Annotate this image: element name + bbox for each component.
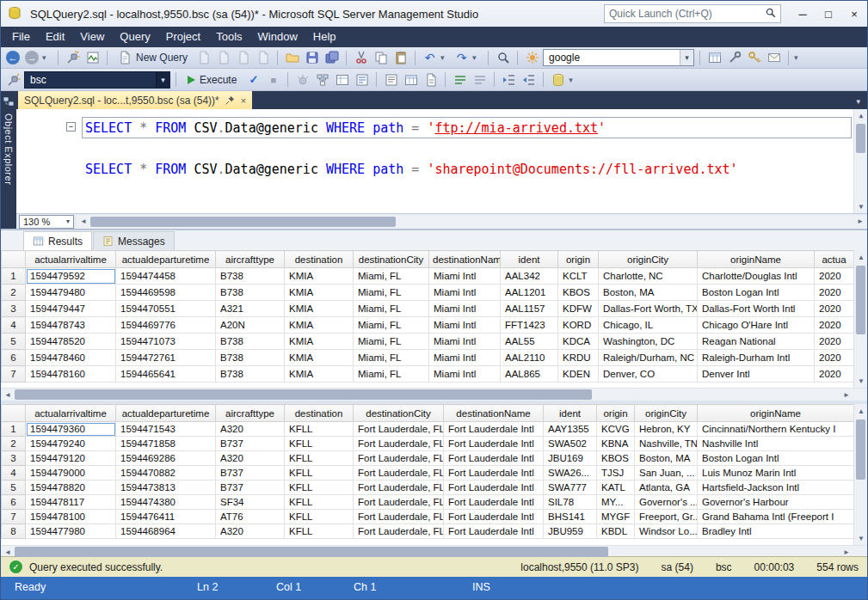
grid-cell[interactable]: Miami, FL xyxy=(354,350,429,366)
row-number[interactable]: 8 xyxy=(2,524,26,539)
grid-cell[interactable]: Fort Lauderdale, FL xyxy=(354,524,444,539)
grid-cell[interactable]: B738 xyxy=(216,285,285,301)
grid-cell[interactable]: 1594479120 xyxy=(26,451,116,466)
grid-cell[interactable]: Fort Lauderdale, FL xyxy=(354,495,444,510)
grid-cell[interactable]: JBU169 xyxy=(544,451,597,466)
scrollbar-track[interactable] xyxy=(854,264,867,374)
activity-monitor-icon[interactable] xyxy=(83,49,102,67)
grid-cell[interactable]: Miami, FL xyxy=(354,268,429,285)
scroll-down-icon[interactable]: ▼ xyxy=(854,531,867,545)
column-header-destination[interactable]: destination xyxy=(285,251,354,268)
column-header-actua[interactable]: actua xyxy=(815,251,854,268)
grid-cell[interactable]: Fort Lauderdale, FL xyxy=(354,422,444,437)
quick-launch-input[interactable]: Quick Launch (Ctrl+Q) xyxy=(604,4,781,23)
column-header-actualdeparturetime[interactable]: actualdeparturetime xyxy=(116,251,216,268)
increase-indent-icon[interactable] xyxy=(520,70,538,89)
show-estimated-plan-icon[interactable] xyxy=(313,70,331,89)
available-databases-combobox[interactable]: bsc ▾ xyxy=(24,71,170,89)
grid-cell[interactable]: Hartsfield-Jackson Intl xyxy=(698,481,854,495)
grid-cell[interactable]: JBU959 xyxy=(544,524,597,539)
column-header-actualarrivaltime[interactable]: actualarrivaltime xyxy=(26,405,116,422)
minimize-button[interactable]: ─ xyxy=(790,1,816,27)
grid2-horizontal-scrollbar[interactable]: ◄ ► xyxy=(1,545,867,558)
grid-cell[interactable]: Miami Intl xyxy=(429,285,501,301)
undo-chevron-icon[interactable]: ▾ xyxy=(440,53,451,62)
grid-cell[interactable]: Chicago, IL xyxy=(599,317,698,334)
grid-cell[interactable]: KORD xyxy=(558,317,599,334)
grid-cell[interactable]: KCLT xyxy=(558,268,599,285)
grid-cell[interactable]: KFLL xyxy=(285,422,354,437)
grid-cell[interactable]: Miami, FL xyxy=(354,334,429,350)
pin-icon[interactable] xyxy=(225,95,235,105)
grid-cell[interactable]: Boston, MA xyxy=(635,451,698,466)
query-options-icon[interactable] xyxy=(333,70,351,89)
scrollbar-thumb[interactable] xyxy=(15,389,592,400)
grid-cell[interactable]: Cincinnati/Northern Kentucky I xyxy=(698,422,854,437)
row-number[interactable]: 1 xyxy=(2,268,26,285)
code-line[interactable] xyxy=(85,138,848,159)
menu-window[interactable]: Window xyxy=(250,27,305,47)
grid-cell[interactable]: Fort Lauderdale Intl xyxy=(444,451,544,466)
grid-cell[interactable]: 1594469286 xyxy=(116,451,216,466)
grid-cell[interactable]: KDFW xyxy=(558,301,599,317)
grid-corner[interactable] xyxy=(2,251,26,268)
scrollbar-thumb[interactable] xyxy=(856,266,865,334)
grid-cell[interactable]: A20N xyxy=(216,317,285,334)
grid-cell[interactable]: Charlotte/Douglas Intl xyxy=(698,268,815,285)
grid-cell[interactable]: Miami, FL xyxy=(354,285,429,301)
grid-cell[interactable]: KFLL xyxy=(285,524,354,539)
column-header-origin[interactable]: origin xyxy=(558,251,599,268)
grid-cell[interactable]: A320 xyxy=(216,524,285,539)
mail-icon[interactable] xyxy=(765,49,783,67)
grid-cell[interactable]: Governor's Harbour xyxy=(698,495,854,510)
tab-messages[interactable]: Messages xyxy=(93,231,175,250)
paste-icon[interactable] xyxy=(391,49,409,67)
grid-cell[interactable]: KFLL xyxy=(285,495,354,510)
grid-cell[interactable]: Fort Lauderdale, FL xyxy=(354,437,444,451)
grid-cell[interactable]: SWA777 xyxy=(544,481,597,495)
close-tab-icon[interactable]: × xyxy=(241,95,246,106)
grid-cell[interactable]: A321 xyxy=(216,301,285,317)
grid-cell[interactable]: B738 xyxy=(216,268,285,285)
grid-cell[interactable]: Fort Lauderdale, FL xyxy=(354,451,444,466)
grid-cell[interactable]: 1594472761 xyxy=(116,350,216,366)
grid-cell[interactable]: Freeport, Gr... xyxy=(635,510,698,524)
maximize-button[interactable]: □ xyxy=(816,1,841,27)
row-number[interactable]: 5 xyxy=(2,481,26,495)
scrollbar-track[interactable] xyxy=(854,122,867,200)
wrench-icon[interactable] xyxy=(725,49,743,67)
grid-cell[interactable]: B738 xyxy=(216,366,285,383)
undo-icon[interactable]: ↶ xyxy=(421,49,439,67)
grid-cell[interactable]: 2020 xyxy=(815,301,854,317)
decrease-indent-icon[interactable] xyxy=(500,70,518,89)
row-number[interactable]: 2 xyxy=(2,437,26,451)
grid-cell[interactable]: A320 xyxy=(216,422,285,437)
column-header-ident[interactable]: ident xyxy=(544,405,597,422)
menu-view[interactable]: View xyxy=(72,27,112,47)
column-header-originName[interactable]: originName xyxy=(698,405,854,422)
scroll-up-icon[interactable]: ▲ xyxy=(854,404,867,418)
scroll-up-icon[interactable]: ▲ xyxy=(854,109,867,122)
grid-cell[interactable]: Atlanta, GA xyxy=(635,481,698,495)
grid-cell[interactable]: KDCA xyxy=(558,334,599,350)
row-number[interactable]: 3 xyxy=(2,301,26,317)
grid-cell[interactable]: Fort Lauderdale Intl xyxy=(444,495,544,510)
grid-cell[interactable]: Miami, FL xyxy=(354,366,429,383)
collapse-region-icon[interactable]: − xyxy=(66,122,76,132)
grid-cell[interactable]: 1594471073 xyxy=(116,334,216,350)
column-header-actualarrivaltime[interactable]: actualarrivaltime xyxy=(26,251,116,268)
code-line[interactable]: SELECT * FROM CSV.Data@generic WHERE pat… xyxy=(85,118,848,138)
grid-cell[interactable]: B737 xyxy=(216,481,285,495)
grid-cell[interactable]: A320 xyxy=(216,451,285,466)
menu-edit[interactable]: Edit xyxy=(38,27,72,47)
dmx-query-icon[interactable] xyxy=(234,49,252,67)
grid-cell[interactable]: AT76 xyxy=(216,510,285,524)
scrollbar-track[interactable] xyxy=(854,418,867,531)
find-icon[interactable] xyxy=(494,49,512,67)
scroll-left-icon[interactable]: ◄ xyxy=(1,388,15,401)
grid-cell[interactable]: KCVG xyxy=(597,422,635,437)
column-header-originCity[interactable]: originCity xyxy=(599,251,698,268)
scroll-right-icon[interactable]: ► xyxy=(853,215,867,229)
scrollbar-thumb[interactable] xyxy=(90,217,396,227)
grid-cell[interactable]: 1594479592 xyxy=(26,268,116,285)
